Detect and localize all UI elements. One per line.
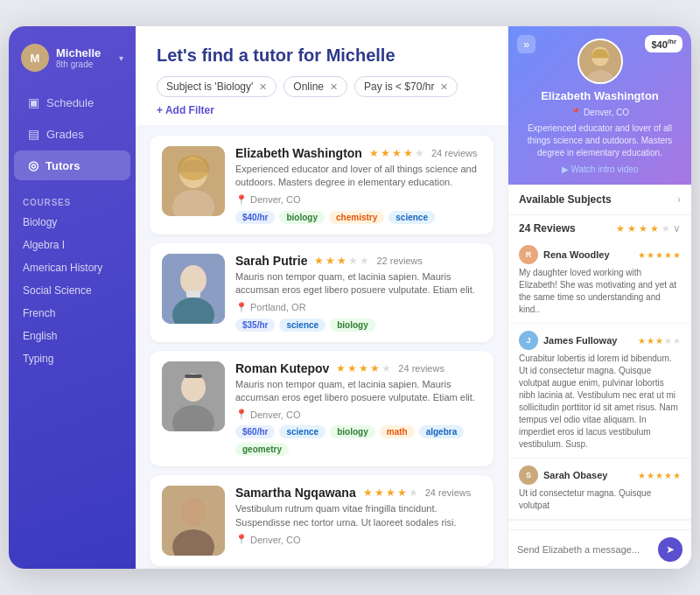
message-bar: ➤ <box>508 529 691 569</box>
tutor-location: 📍 Denver, CO <box>235 409 481 420</box>
user-grade: 8th grade <box>56 60 112 69</box>
remove-filter-pay[interactable]: ✕ <box>440 81 448 93</box>
sidebar-item-typing[interactable]: Typing <box>9 347 136 370</box>
tutor-bio: Experienced educator and lover of all th… <box>235 163 481 190</box>
add-filter-button[interactable]: + Add Filter <box>157 104 214 116</box>
subject-tag-5: geometry <box>235 443 289 456</box>
sidebar-item-social-science[interactable]: Social Science <box>9 279 136 302</box>
tutor-name: Samartha Ngqawana <box>235 486 356 500</box>
subject-tag-2: chemistry <box>329 211 384 224</box>
subject-tag-2: biology <box>330 318 375 332</box>
tutor-stars: ★ ★ ★ ★ ★ <box>314 255 369 267</box>
sidebar-item-label: Schedule <box>46 96 94 109</box>
filter-subject[interactable]: Subject is 'Biology' ✕ <box>157 76 276 97</box>
schedule-icon: ▣ <box>28 95 39 109</box>
intro-video-link[interactable]: ▶ Watch intro video <box>562 164 639 174</box>
expand-button[interactable]: » <box>517 35 536 53</box>
chevron-right-icon: › <box>677 193 681 206</box>
reviewer-name-rena: Rena Woodley <box>543 249 610 260</box>
star-5: ★ <box>662 223 670 234</box>
tutor-photo-samartha <box>162 486 225 556</box>
tutor-tags: $60/hr science biology math algebra geom… <box>235 425 481 456</box>
remove-filter-subject[interactable]: ✕ <box>259 81 267 93</box>
sidebar-item-english[interactable]: English <box>9 325 136 347</box>
panel-tutor-name: Elizabeth Washington <box>541 89 659 102</box>
tutor-card-roman[interactable]: Roman Kutepov ★ ★ ★ ★ ★ 24 reviews Mauri… <box>150 351 494 467</box>
remove-filter-online[interactable]: ✕ <box>330 81 338 93</box>
location-icon: 📍 <box>235 302 248 313</box>
send-icon: ➤ <box>666 543 675 556</box>
tutor-card-sarah[interactable]: Sarah Putrie ★ ★ ★ ★ ★ 22 reviews Mauris… <box>150 243 494 342</box>
review-james: J James Fulloway ★ ★ ★ ★ ★ Curabitur lob… <box>508 324 691 458</box>
subject-tag-3: science <box>388 211 435 224</box>
star-5: ★ <box>360 255 369 267</box>
price-tag: $60/hr <box>235 425 275 438</box>
star-4: ★ <box>650 223 659 234</box>
sidebar-item-schedule[interactable]: ▣ Schedule <box>14 88 130 117</box>
sidebar-item-algebra[interactable]: Algebra I <box>9 234 136 256</box>
send-button[interactable]: ➤ <box>658 537 682 562</box>
star-2: ★ <box>381 147 390 159</box>
star-5: ★ <box>382 362 391 374</box>
tutor-name: Sarah Putrie <box>235 254 307 268</box>
right-panel: » $40/hr Elizabeth Washington 📍 Denver, … <box>508 26 691 569</box>
review-text-sarah: Ut id consectetur magna. Quisque volutpa… <box>519 487 681 512</box>
username: Michelle <box>56 46 112 60</box>
star-3: ★ <box>392 147 402 159</box>
location-icon: 📍 <box>235 409 248 420</box>
tutor-photo-sarah <box>162 254 225 324</box>
star-2: ★ <box>627 223 636 234</box>
reviews-label: 24 Reviews <box>519 222 576 234</box>
message-input[interactable] <box>517 544 651 555</box>
grades-icon: ▤ <box>28 127 39 141</box>
filter-pay[interactable]: Pay is < $70/hr ✕ <box>354 76 458 97</box>
tutor-card-elizabeth[interactable]: Elizabeth Washington ★ ★ ★ ★ ★ 24 review… <box>150 136 494 234</box>
tutor-card-samartha[interactable]: Samartha Ngqawana ★ ★ ★ ★ ★ 24 reviews V… <box>150 475 494 566</box>
sidebar-item-label: Grades <box>46 128 84 141</box>
sidebar-item-american-history[interactable]: American History <box>9 256 136 279</box>
available-subjects-section: Available Subjects › <box>508 185 691 215</box>
sidebar-item-biology[interactable]: Biology <box>9 211 136 234</box>
reviews-count: 24 reviews <box>425 487 472 498</box>
available-subjects-header[interactable]: Available Subjects › <box>508 185 691 214</box>
reviews-header: 24 Reviews ★ ★ ★ ★ ★ ∨ <box>508 215 691 238</box>
price-tag: $40/hr <box>235 211 275 224</box>
reviews-stars: ★ ★ ★ ★ ★ ∨ <box>616 222 681 234</box>
filters-row: Subject is 'Biology' ✕ Online ✕ Pay is <… <box>157 76 486 116</box>
available-subjects-title: Available Subjects <box>519 193 612 206</box>
location-icon: 📍 <box>235 194 248 206</box>
star-4: ★ <box>397 486 407 499</box>
star-3: ★ <box>386 486 396 499</box>
star-3: ★ <box>359 362 368 374</box>
user-avatar: M <box>21 44 49 72</box>
reviewer-stars-sarah: ★ ★ ★ ★ ★ <box>638 471 681 480</box>
sidebar-item-grades[interactable]: ▤ Grades <box>14 119 130 149</box>
panel-tutor-bio: Experienced educator and lover of all th… <box>521 122 679 159</box>
tutor-tags: $35/hr science biology <box>235 318 481 332</box>
reviewer-avatar-james: J <box>519 331 538 350</box>
tutor-bio: Mauris non tempor quam, et lacinia sapie… <box>235 378 481 405</box>
svg-rect-11 <box>185 374 202 378</box>
tutor-photo-roman <box>162 361 225 431</box>
subject-tag-2: biology <box>330 425 375 438</box>
subject-tag-3: math <box>380 425 415 438</box>
panel-header: » $40/hr Elizabeth Washington 📍 Denver, … <box>508 26 691 185</box>
tutor-bio: Mauris non tempor quam, et lacinia sapie… <box>235 270 481 298</box>
tutors-icon: ◎ <box>28 158 38 172</box>
star-1: ★ <box>336 362 346 374</box>
star-4: ★ <box>370 362 380 374</box>
panel-tutor-avatar <box>578 38 623 84</box>
sidebar-item-tutors[interactable]: ◎ Tutors <box>14 150 130 180</box>
reviews-section: 24 Reviews ★ ★ ★ ★ ★ ∨ R Rena Woodley ★ … <box>508 215 691 521</box>
star-3: ★ <box>639 223 648 234</box>
tutor-stars: ★ ★ ★ ★ ★ <box>363 486 418 499</box>
filter-online[interactable]: Online ✕ <box>284 76 347 97</box>
user-profile[interactable]: M Michelle 8th grade ▾ <box>9 44 136 88</box>
sidebar-nav: ▣ Schedule ▤ Grades ◎ Tutors <box>9 88 136 180</box>
location-icon: 📍 <box>570 108 581 117</box>
courses-section-title: COURSES <box>9 189 136 211</box>
main-content: Let's find a tutor for Michelle Subject … <box>136 26 508 569</box>
tutor-tags: $40/hr biology chemistry science <box>235 211 481 224</box>
sidebar-item-french[interactable]: French <box>9 302 136 325</box>
reviewer-name-sarah: Sarah Obasey <box>543 470 607 480</box>
